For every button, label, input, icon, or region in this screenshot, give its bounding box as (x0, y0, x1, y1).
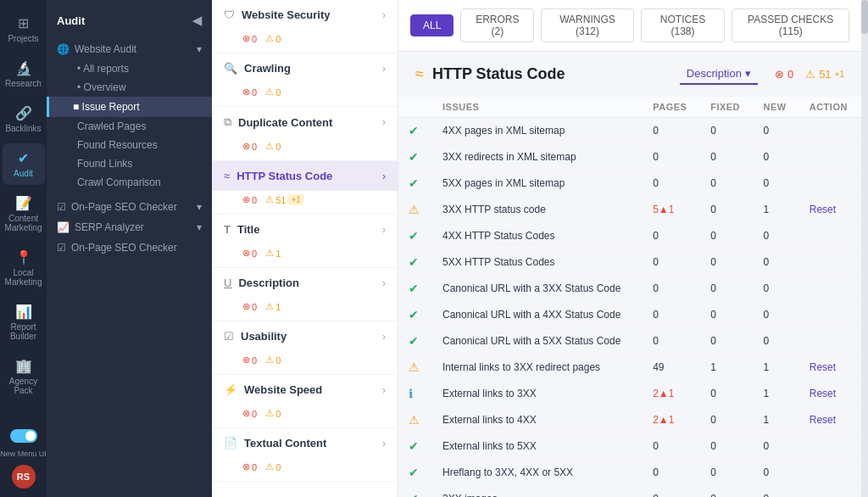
all-reports-bullet: • (77, 63, 81, 75)
sidebar-item-on-page-seo-checker[interactable]: ☑ On-Page SEO Checker (47, 237, 212, 258)
reset-link[interactable]: Reset (810, 361, 836, 373)
sidebar-item-crawled-pages[interactable]: Crawled Pages (47, 117, 212, 136)
issue-report-bullet: ■ (73, 101, 79, 113)
issue-label[interactable]: External links to 3XX (432, 381, 643, 407)
new-value: 0 (754, 328, 799, 355)
issue-label: 5XX pages in XML sitemap (432, 170, 643, 197)
status-ok-icon: ✔ (409, 439, 419, 453)
category-header-textual-content[interactable]: 📄 Textual Content › (212, 428, 398, 458)
serp-analyzer-chevron-icon: ▾ (197, 221, 202, 233)
new-menu-ui-toggle[interactable] (10, 429, 37, 443)
issue-label: 4XX pages in XML sitemap (432, 118, 643, 144)
http-status-code-title: HTTP Status Code (236, 170, 332, 182)
nav-label-research: Research (5, 79, 42, 88)
sidebar-header: Audit ◀ (47, 7, 212, 34)
tab-notices[interactable]: NOTICES (138) (641, 8, 726, 42)
table-row: ✔ 4XX pages in XML sitemap 0 0 0 (398, 118, 861, 144)
action-cell[interactable]: Reset (799, 407, 861, 433)
table-row: ✔ 5XX HTTP Status Codes 0 0 0 (398, 249, 861, 276)
category-header-http-status-code[interactable]: ≈ HTTP Status Code › (212, 161, 398, 191)
fixed-value: 1 (700, 355, 753, 381)
category-header-usability[interactable]: ☑ Usability › (212, 321, 398, 351)
website-speed-chevron-icon: › (382, 384, 386, 396)
scrollbar-thumb[interactable] (861, 0, 868, 34)
sidebar-item-all-reports[interactable]: • All reports (47, 59, 212, 78)
category-header-website-speed[interactable]: ⚡ Website Speed › (212, 375, 398, 405)
nav-item-report-builder[interactable]: 📊 Report Builder (3, 297, 45, 348)
sidebar-item-issue-report[interactable]: ■ Issue Report (47, 97, 212, 117)
tab-warnings[interactable]: WARNINGS (312) (541, 8, 634, 42)
tab-passed-checks[interactable]: PASSED CHECKS (115) (732, 8, 849, 42)
action-cell (799, 223, 861, 249)
reset-link[interactable]: Reset (810, 414, 836, 426)
status-ok-icon: ✔ (409, 176, 419, 190)
col-issues: ISSUES (432, 97, 643, 118)
category-duplicate-content: ⧉ Duplicate Content › ⊗ 0 ⚠ 0 (212, 107, 398, 161)
nav-label-backlinks: Backlinks (5, 124, 41, 133)
duplicate-content-icon: ⧉ (224, 115, 231, 129)
sidebar-item-serp-analyzer[interactable]: 📈 SERP Analyzer ▾ (47, 217, 212, 237)
status-ok-icon: ✔ (409, 282, 419, 295)
website-security-warn-count: ⚠ 0 (265, 33, 281, 44)
crawling-warn-count: ⚠ 0 (265, 87, 281, 98)
fixed-value: 0 (700, 486, 753, 498)
issue-label[interactable]: Internal links to 3XX redirect pages (432, 355, 643, 381)
reset-link[interactable]: Reset (810, 204, 836, 215)
category-header-crawling[interactable]: 🔍 Crawling › (212, 53, 398, 83)
sidebar-item-found-links[interactable]: Found Links (47, 154, 212, 173)
title-icon: T (224, 223, 231, 236)
issue-label[interactable]: 3XX HTTP status code (432, 197, 643, 223)
sidebar-item-overview[interactable]: • Overview (47, 78, 212, 97)
sidebar-item-found-resources[interactable]: Found Resources (47, 136, 212, 154)
new-value: 1 (754, 381, 799, 407)
action-cell[interactable]: Reset (799, 355, 861, 381)
sidebar-item-on-page-seo[interactable]: ☑ On-Page SEO Checker ▾ (47, 197, 212, 217)
nav-item-audit[interactable]: ✔ Audit (3, 143, 45, 185)
overview-bullet: • (77, 81, 81, 93)
fixed-value: 0 (700, 302, 753, 328)
table-row: ✔ 5XX pages in XML sitemap 0 0 0 (398, 170, 861, 197)
issue-label[interactable]: External links to 4XX (432, 407, 643, 433)
nav-item-local-marketing[interactable]: 📍 Local Marketing (3, 243, 45, 293)
col-pages: PAGES (643, 97, 700, 118)
reset-link[interactable]: Reset (810, 388, 836, 399)
local-marketing-icon: 📍 (15, 249, 32, 265)
website-security-error-count: ⊗ 0 (242, 33, 257, 44)
category-header-title[interactable]: T Title › (212, 215, 398, 244)
category-header-duplicate-content[interactable]: ⧉ Duplicate Content › (212, 107, 398, 137)
status-ok-icon: ✔ (409, 308, 419, 321)
nav-item-research[interactable]: 🔬 Research (3, 53, 45, 95)
issue-label: Canonical URL with a 5XX Status Code (432, 328, 643, 355)
status-ok-icon: ✔ (409, 150, 419, 164)
scrollbar[interactable] (861, 0, 868, 497)
website-speed-warn-count: ⚠ 0 (265, 408, 281, 419)
issue-label: 3XX redirects in XML sitemap (432, 144, 643, 170)
status-ok-icon: ✔ (409, 466, 419, 479)
serp-analyzer-icon: 📈 (57, 221, 70, 233)
table-row: ✔ Hreflang to 3XX, 4XX or 5XX 0 0 0 (398, 460, 861, 486)
nav-item-content-marketing[interactable]: 📝 Content Marketing (3, 188, 45, 239)
description-chevron-icon: › (382, 277, 386, 289)
nav-item-agency-pack[interactable]: 🏢 Agency Pack (3, 351, 45, 402)
left-navigation: ⊞ Projects 🔬 Research 🔗 Backlinks ✔ Audi… (0, 0, 47, 497)
issue-label: External links to 5XX (432, 433, 643, 460)
tab-all[interactable]: ALL (410, 14, 453, 36)
sidebar-collapse-icon[interactable]: ◀ (192, 14, 202, 27)
description-button[interactable]: Description ▾ (680, 64, 758, 85)
tab-errors[interactable]: ERRORS (2) (460, 8, 534, 42)
issue-label: 5XX HTTP Status Codes (432, 249, 643, 276)
website-audit-title[interactable]: 🌐 Website Audit ▾ (47, 39, 212, 59)
projects-icon: ⊞ (18, 15, 29, 31)
main-content: ALL ERRORS (2) WARNINGS (312) NOTICES (1… (398, 0, 861, 497)
warn-new-count: +1 (835, 70, 844, 79)
nav-item-backlinks[interactable]: 🔗 Backlinks (3, 98, 45, 140)
fixed-value: 0 (700, 407, 753, 433)
table-row: ✔ Canonical URL with a 4XX Status Code 0… (398, 302, 861, 328)
issue-label: 4XX HTTP Status Codes (432, 223, 643, 249)
nav-item-projects[interactable]: ⊞ Projects (3, 8, 45, 50)
category-header-website-security[interactable]: 🛡 Website Security › (212, 0, 398, 30)
action-cell[interactable]: Reset (799, 197, 861, 223)
sidebar-item-crawl-comparison[interactable]: Crawl Comparison (47, 173, 212, 192)
action-cell[interactable]: Reset (799, 381, 861, 407)
category-header-description[interactable]: U Description › (212, 268, 398, 298)
